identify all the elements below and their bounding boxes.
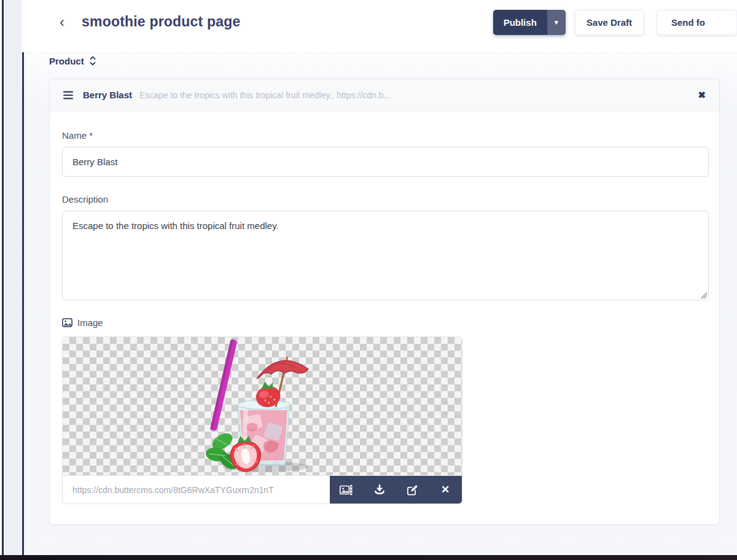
- image-field-label: Image: [77, 317, 103, 328]
- image-toolbar: ✕: [330, 476, 462, 504]
- send-for-review-button[interactable]: Send fo: [657, 10, 737, 35]
- save-draft-button[interactable]: Save Draft: [575, 10, 644, 35]
- section-label: Product: [49, 56, 84, 66]
- product-card-header[interactable]: Berry Blast Escape to the tropics with t…: [50, 79, 719, 111]
- content-left-border: [22, 52, 24, 555]
- publish-button[interactable]: Publish: [493, 10, 547, 35]
- publish-dropdown-button[interactable]: ▾: [547, 10, 566, 35]
- name-field-label: Name *: [62, 130, 93, 141]
- collapsed-sidebar: [4, 0, 21, 560]
- item-title: Berry Blast: [83, 90, 132, 100]
- media-library-button[interactable]: [334, 478, 359, 502]
- collapse-expand-icon: [88, 55, 97, 66]
- remove-image-button[interactable]: ✕: [433, 478, 458, 502]
- description-field-label: Description: [62, 194, 108, 204]
- caret-down-icon: ▾: [555, 18, 558, 26]
- product-image: [204, 338, 322, 473]
- download-button[interactable]: [367, 478, 392, 502]
- image-transparency-preview: [63, 337, 462, 475]
- header-actions: Publish ▾ Save Draft Send fo: [493, 9, 737, 35]
- description-textarea-wrap: Escape to the tropics with this tropical…: [62, 211, 709, 300]
- image-url-input[interactable]: [63, 476, 330, 504]
- close-icon: ✖: [698, 90, 706, 100]
- back-chevron-icon: ‹: [60, 14, 64, 30]
- product-card: Berry Blast Escape to the tropics with t…: [49, 79, 720, 525]
- publish-split-button: Publish ▾: [493, 10, 566, 35]
- description-textarea[interactable]: Escape to the tropics with this tropical…: [62, 211, 709, 300]
- image-url-row: ✕: [63, 475, 462, 504]
- image-icon: [62, 318, 72, 327]
- name-input[interactable]: [62, 147, 709, 177]
- edit-button[interactable]: [400, 478, 424, 502]
- edit-icon: [406, 484, 418, 496]
- drag-handle-icon[interactable]: [63, 91, 74, 99]
- image-field-label-row: Image: [62, 317, 103, 328]
- item-preview: Escape to the tropics with this tropical…: [139, 90, 690, 100]
- download-icon: [373, 484, 386, 496]
- editor-content: Product Berry Blast Escape to the tropic…: [21, 52, 737, 555]
- remove-item-button[interactable]: ✖: [698, 90, 706, 101]
- page-title: smoothie product page: [82, 14, 241, 30]
- section-product-toggle[interactable]: Product: [49, 55, 97, 66]
- image-widget: ✕: [62, 336, 462, 504]
- back-button[interactable]: ‹: [53, 12, 71, 32]
- media-library-icon: [340, 484, 353, 496]
- remove-icon: ✕: [441, 483, 450, 496]
- app-header: ‹ smoothie product page Publish ▾ Save D…: [21, 0, 737, 52]
- resize-handle-icon[interactable]: [700, 292, 707, 298]
- bottom-window-bar: [0, 555, 737, 560]
